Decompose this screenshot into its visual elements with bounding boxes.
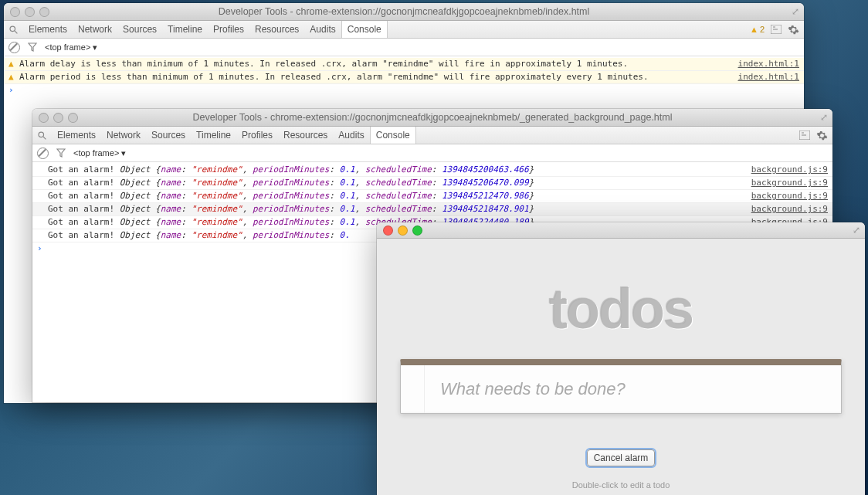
titlebar[interactable]: ⤢ [377,222,865,239]
console-source-link[interactable]: index.html:1 [732,58,799,70]
console-log-row: Got an alarm! Object {name: "remindme", … [32,190,832,203]
clear-console-icon[interactable] [8,42,20,53]
search-icon[interactable] [8,25,19,35]
tab-audits[interactable]: Audits [333,130,369,141]
devtools-toolbar: Elements Network Sources Timeline Profil… [4,21,804,39]
svg-line-6 [43,137,46,139]
window-title: Developer Tools - chrome-extension://goc… [4,6,804,17]
todos-app-window: ⤢ todos Cancel alarm Double-click to edi… [377,222,865,495]
close-button[interactable] [383,225,393,236]
zoom-button[interactable] [412,225,422,236]
window-title: Developer Tools - chrome-extension://goc… [32,112,832,123]
tab-sources[interactable]: Sources [117,24,162,35]
tab-console[interactable]: Console [341,21,388,38]
filter-icon[interactable] [28,42,37,52]
console-log-row: Got an alarm! Object {name: "remindme", … [32,164,832,177]
console-source-link[interactable]: background.js:9 [745,190,828,202]
console-prompt[interactable]: › [4,84,804,97]
todo-input-container [400,359,842,414]
console-message: Got an alarm! Object {name: "remindme", … [37,203,745,215]
console-filterbar: <top frame> ▾ [4,39,804,56]
warning-badge[interactable]: ▲2 [750,25,765,34]
zoom-button[interactable] [39,7,49,17]
tab-profiles[interactable]: Profiles [236,130,278,141]
traffic-lights [377,225,422,236]
tab-elements[interactable]: Elements [52,130,101,141]
new-todo-input[interactable] [424,365,841,413]
console-message: Got an alarm! Object {name: "remindme", … [37,164,745,176]
tab-sources[interactable]: Sources [146,130,191,141]
minimize-button[interactable] [53,113,63,123]
tab-network[interactable]: Network [73,24,117,35]
minimize-button[interactable] [25,7,35,17]
console-filterbar: <top frame> ▾ [32,144,832,162]
devtools-toolbar: Elements Network Sources Timeline Profil… [32,127,832,144]
tab-timeline[interactable]: Timeline [191,130,236,141]
tab-audits[interactable]: Audits [304,24,341,35]
minimize-button[interactable] [398,225,408,236]
expand-icon[interactable]: ⤢ [792,6,799,17]
console-warning-row: ▲ Alarm period is less than minimum of 1… [4,71,804,84]
drawer-icon[interactable] [771,25,782,34]
traffic-lights [4,7,49,17]
frame-selector[interactable]: <top frame> ▾ [73,148,126,158]
svg-point-0 [10,26,15,32]
tab-resources[interactable]: Resources [278,130,333,141]
console-log-row: Got an alarm! Object {name: "remindme", … [32,177,832,190]
console-warning-row: ▲ Alarm delay is less than minimum of 1 … [4,58,804,71]
filter-icon[interactable] [56,148,66,158]
console-log-row: Got an alarm! Object {name: "remindme", … [32,203,832,216]
close-button[interactable] [39,113,49,123]
tab-network[interactable]: Network [101,130,146,141]
footer-hint: Double-click to edit a todo [377,480,865,490]
tab-elements[interactable]: Elements [23,24,73,35]
expand-icon[interactable]: ⤢ [820,112,828,123]
titlebar[interactable]: Developer Tools - chrome-extension://goc… [32,109,832,127]
expand-icon[interactable]: ⤢ [853,225,860,236]
zoom-button[interactable] [68,113,78,123]
todos-heading: todos [377,277,865,341]
console-source-link[interactable]: index.html:1 [732,71,799,83]
console-output: ▲ Alarm delay is less than minimum of 1 … [4,56,804,98]
console-message: Got an alarm! Object {name: "remindme", … [37,177,745,189]
close-button[interactable] [10,7,20,17]
gear-icon[interactable] [816,130,828,141]
console-message: Got an alarm! Object {name: "remindme", … [37,190,745,202]
console-message: Alarm period is less than minimum of 1 m… [19,71,732,83]
console-message: Alarm delay is less than minimum of 1 mi… [19,58,732,70]
console-source-link[interactable]: background.js:9 [745,203,828,215]
svg-line-1 [15,31,17,33]
search-icon[interactable] [37,131,47,141]
tab-timeline[interactable]: Timeline [162,24,208,35]
gear-icon[interactable] [788,24,799,36]
tab-resources[interactable]: Resources [249,24,304,35]
todos-body: todos Cancel alarm Double-click to edit … [377,239,865,490]
console-source-link[interactable]: background.js:9 [745,177,828,189]
warning-icon: ▲ [8,71,19,83]
drawer-icon[interactable] [799,131,810,140]
frame-selector[interactable]: <top frame> ▾ [45,42,97,53]
clear-console-icon[interactable] [37,147,49,159]
warning-icon: ▲ [8,58,19,70]
tab-console[interactable]: Console [370,127,416,144]
titlebar[interactable]: Developer Tools - chrome-extension://goc… [4,3,804,21]
svg-point-5 [39,132,44,137]
cancel-alarm-button[interactable]: Cancel alarm [587,449,656,466]
console-source-link[interactable]: background.js:9 [745,164,828,176]
tab-profiles[interactable]: Profiles [208,24,249,35]
traffic-lights [32,113,78,123]
